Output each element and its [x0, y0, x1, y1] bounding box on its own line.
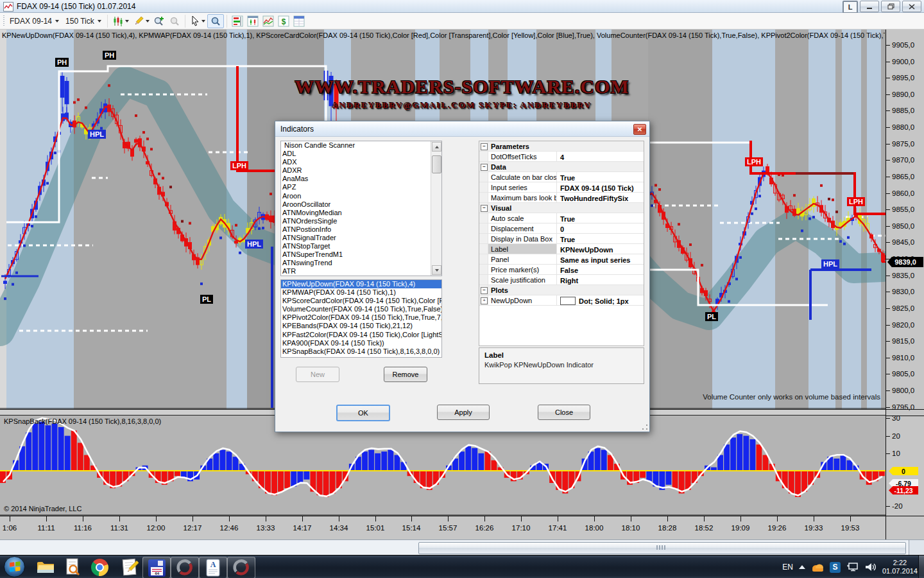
apply-button[interactable]: Apply — [437, 405, 490, 420]
selected-indicator-item[interactable]: KPMWAP(FDAX 09-14 (150 Tick),1) — [281, 288, 441, 297]
property-row[interactable]: Price marker(s)False — [479, 265, 644, 275]
selected-indicator-item[interactable]: VolumeCounter(FDAX 09-14 (150 Tick),True… — [281, 305, 441, 313]
property-row[interactable]: Maximum bars look backTwoHundredFiftySix — [479, 193, 644, 203]
indicator-list-item[interactable]: AroonOscillator — [281, 200, 441, 209]
volume-tray-icon[interactable] — [865, 562, 877, 572]
zoom-in-button[interactable] — [151, 15, 167, 28]
resize-grip[interactable] — [642, 424, 648, 430]
taskbar-notepad-icon[interactable] — [116, 557, 143, 577]
collapse-icon[interactable]: − — [481, 143, 488, 150]
property-row[interactable]: Input seriesFDAX 09-14 (150 Tick) — [479, 182, 644, 193]
show-desktop-button[interactable] — [918, 556, 924, 578]
skype-tray-icon[interactable]: S — [830, 562, 841, 573]
time-axis[interactable]: 1:0611:1111:1611:3112:0012:1712:4613:331… — [0, 516, 886, 539]
property-section[interactable]: −Parameters — [479, 141, 644, 152]
close-dialog-button[interactable]: Close — [538, 405, 590, 420]
indicator-list-item[interactable]: ATNSignalTrader — [281, 234, 441, 242]
close-button[interactable] — [902, 1, 921, 12]
interval-dropdown[interactable]: 150 Tick — [62, 15, 105, 27]
indicator-list-item[interactable]: Nison Candle Scanner — [281, 141, 441, 150]
selected-indicator-item[interactable]: KPFast2Color(FDAX 09-14 (150 Tick),Color… — [281, 331, 441, 339]
network-tray-icon[interactable] — [846, 562, 859, 572]
property-row[interactable]: Display in Data BoxTrue — [479, 234, 644, 244]
indicator-list-item[interactable]: ATNswingTrend — [281, 259, 441, 267]
expand-icon[interactable]: + — [481, 297, 488, 304]
indicator-list-item[interactable]: ATNSuperTrendM1 — [281, 250, 441, 259]
indicator-list-item[interactable]: AnaMas — [281, 175, 441, 183]
language-indicator[interactable]: EN — [782, 563, 793, 572]
property-value[interactable]: True — [557, 172, 644, 182]
horizontal-scrollbar[interactable] — [0, 539, 924, 555]
ok-button[interactable]: OK — [336, 405, 390, 421]
cloud-tray-icon[interactable] — [811, 562, 824, 572]
property-value[interactable]: 0 — [557, 223, 644, 233]
taskbar-app-floppy[interactable]: 64 — [142, 557, 171, 578]
indicator-list-item[interactable]: ADL — [281, 150, 441, 158]
scroll-thumb[interactable] — [432, 155, 441, 173]
property-row[interactable]: Displacement0 — [479, 223, 644, 234]
plot-color-swatch[interactable] — [560, 297, 576, 305]
indicator-list-item[interactable]: ATNOrdersSingle — [281, 217, 441, 225]
property-row[interactable]: Calculate on bar closeTrue — [479, 172, 644, 182]
selected-indicator-item[interactable]: KPEBands(FDAX 09-14 (150 Tick),21,12) — [281, 322, 441, 330]
property-row[interactable]: Auto scaleTrue — [479, 213, 644, 223]
selected-indicator-item[interactable]: KPScoreCardColor(FDAX 09-14 (150 Tick),C… — [281, 297, 441, 305]
drawing-tools-button[interactable] — [131, 15, 151, 28]
taskbar-explorer-icon[interactable] — [32, 557, 59, 577]
show-hidden-icons[interactable] — [799, 565, 805, 569]
selected-indicator-item[interactable]: KPPivot2Color(FDAX 09-14 (150 Tick),True… — [281, 313, 441, 322]
properties-button[interactable] — [291, 15, 307, 28]
property-row[interactable]: Scale justificationRight — [479, 275, 644, 285]
indicator-list-item[interactable]: ADX — [281, 158, 441, 166]
property-row[interactable]: DotOffsetTicks4 — [479, 152, 644, 162]
indicator-list-item[interactable]: ATNMovingMedian — [281, 209, 441, 217]
taskbar-app-ninjatrader-1[interactable] — [171, 557, 199, 578]
indicator-list-item[interactable]: APZ — [281, 183, 441, 191]
property-section[interactable]: −Plots — [479, 285, 644, 295]
property-value[interactable]: Dot; Solid; 1px — [557, 295, 644, 305]
property-value[interactable]: True — [557, 213, 644, 223]
indicator-list-item[interactable]: Aroon — [281, 192, 441, 200]
collapse-icon[interactable]: − — [481, 205, 488, 212]
new-chart-button[interactable] — [245, 15, 261, 28]
scroll-up-button[interactable] — [432, 142, 441, 152]
restore-button[interactable] — [881, 1, 900, 12]
property-row[interactable]: +NewUpDownDot; Solid; 1px — [479, 295, 644, 306]
collapse-icon[interactable]: − — [481, 287, 488, 294]
market-analyzer-button[interactable] — [230, 15, 245, 28]
property-value[interactable]: KPNewUpDown — [557, 244, 644, 254]
scroll-down-button[interactable] — [432, 265, 441, 275]
new-button[interactable]: New — [296, 367, 339, 382]
account-button[interactable]: $ — [276, 15, 291, 28]
property-value[interactable]: False — [557, 265, 644, 274]
link-button[interactable]: L — [843, 1, 858, 13]
selected-indicator-item[interactable]: KPNewUpDown(FDAX 09-14 (150 Tick),4) — [281, 280, 441, 288]
toolbar-grip[interactable] — [3, 15, 4, 27]
property-value[interactable]: Right — [557, 275, 644, 285]
zoom-out-button[interactable] — [167, 15, 182, 28]
instrument-dropdown[interactable]: FDAX 09-14 — [6, 15, 62, 27]
property-value[interactable]: Same as input series — [557, 254, 644, 264]
scrollbar-thumb[interactable] — [418, 542, 906, 554]
data-box-button[interactable] — [207, 14, 224, 28]
taskbar-app-ninjatrader-2[interactable] — [227, 557, 255, 578]
collapse-icon[interactable]: − — [481, 164, 488, 171]
property-value[interactable]: 4 — [557, 152, 644, 161]
chart-trader-button[interactable] — [261, 15, 276, 28]
chart-style-button[interactable] — [110, 15, 131, 28]
remove-button[interactable]: Remove — [384, 367, 427, 382]
cursor-tool-button[interactable] — [188, 15, 207, 28]
taskbar-clock[interactable]: 2:22 01.07.2014 — [882, 559, 918, 575]
indicator-list-item[interactable]: ATNStopTarget — [281, 242, 441, 250]
indicator-list-item[interactable]: ATNPostionInfo — [281, 225, 441, 234]
property-section[interactable]: −Data — [479, 162, 644, 172]
dialog-titlebar[interactable]: Indicators ✕ — [275, 121, 649, 137]
property-value[interactable]: TwoHundredFiftySix — [557, 193, 644, 202]
selected-indicator-item[interactable]: KPA900(FDAX 09-14 (150 Tick)) — [281, 339, 441, 347]
indicator-list-item[interactable]: ATR — [281, 267, 441, 276]
selected-indicators-list[interactable]: KPNewUpDown(FDAX 09-14 (150 Tick),4)KPMW… — [280, 279, 442, 358]
property-row[interactable]: PanelSame as input series — [479, 254, 644, 265]
indicator-list-item[interactable]: ADXR — [281, 166, 441, 175]
list-scrollbar[interactable] — [431, 141, 441, 276]
property-row[interactable]: LabelKPNewUpDown — [479, 244, 644, 254]
